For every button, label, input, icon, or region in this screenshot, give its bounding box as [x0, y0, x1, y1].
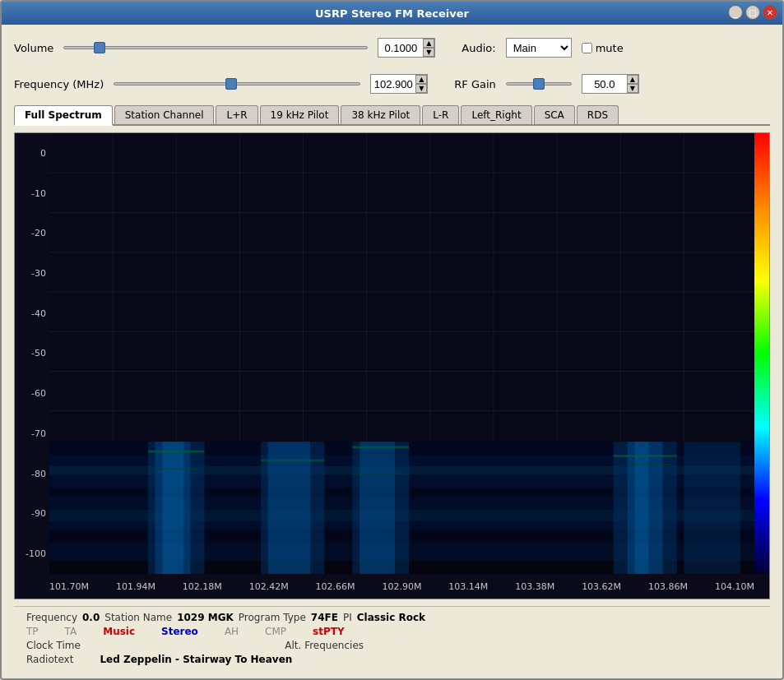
rf-gain-slider-container [506, 82, 572, 86]
x-label-2: 102.18M [183, 581, 222, 592]
volume-slider[interactable] [63, 46, 368, 49]
freq-val: 0.0 [82, 612, 100, 623]
y-label-50: -50 [15, 348, 49, 359]
y-label-0: 0 [15, 148, 49, 159]
station-key: Station Name [104, 612, 172, 623]
frequency-input[interactable] [371, 75, 415, 93]
ah-label: AH [225, 626, 239, 637]
clock-key: Clock Time [26, 640, 81, 651]
close-button[interactable]: ✕ [763, 5, 777, 20]
radiotext-key: Radiotext [26, 654, 73, 665]
svg-rect-74 [628, 464, 670, 465]
plot-area [49, 133, 754, 574]
frequency-spinbox: ▲ ▼ [370, 74, 428, 94]
y-label-20: -20 [15, 228, 49, 238]
rf-gain-spinbox: ▲ ▼ [582, 74, 639, 94]
x-label-10: 104.10M [715, 581, 754, 592]
status-row-4: Radiotext Led Zeppelin - Stairway To Hea… [26, 654, 758, 665]
svg-rect-72 [148, 468, 197, 470]
volume-label: Volume [14, 42, 53, 54]
color-scale-bar [754, 133, 769, 574]
rf-gain-decrement-button[interactable]: ▼ [627, 84, 638, 93]
audio-label: Audio: [462, 42, 495, 54]
status-bar: Frequency 0.0 Station Name 1029 MGK Prog… [14, 606, 770, 670]
main-window: USRP Stereo FM Receiver _ □ ✕ Volume ▲ [0, 0, 784, 680]
frequency-label: Frequency (MHz) [14, 78, 104, 90]
audio-select[interactable]: Main Pilot Left Right [506, 38, 572, 58]
svg-rect-59 [162, 442, 183, 574]
x-label-8: 103.62M [582, 581, 621, 592]
pi-key: PI [343, 612, 352, 623]
volume-decrement-button[interactable]: ▼ [423, 48, 434, 57]
rf-gain-label: RF Gain [454, 78, 496, 90]
frequency-decrement-button[interactable]: ▼ [415, 84, 427, 93]
status-row-1: Frequency 0.0 Station Name 1029 MGK Prog… [26, 612, 758, 623]
svg-rect-73 [353, 473, 402, 474]
svg-rect-68 [148, 451, 205, 453]
stereo-label: Stereo [161, 626, 198, 637]
volume-slider-container [63, 46, 368, 49]
tab-l-plus-r[interactable]: L+R [216, 105, 257, 124]
y-label-90: -90 [15, 508, 49, 519]
station-val: 1029 MGK [177, 612, 234, 623]
tab-19khz-pilot[interactable]: 19 kHz Pilot [260, 105, 340, 124]
rf-gain-spinbox-buttons: ▲ ▼ [627, 75, 638, 93]
pi-val: Classic Rock [357, 612, 425, 623]
prog-type-val: 74FE [311, 612, 338, 623]
tp-label: TP [26, 626, 39, 637]
music-label: Music [103, 626, 135, 637]
main-content: Volume ▲ ▼ Audio: Main Pilot Left Right [2, 25, 782, 678]
spectrum-svg [49, 133, 754, 574]
frequency-slider-container [114, 82, 360, 86]
rf-gain-slider[interactable] [506, 82, 572, 86]
window-title: USRP Stereo FM Receiver [315, 7, 469, 20]
mute-checkbox[interactable] [582, 43, 592, 53]
y-label-60: -60 [15, 388, 49, 399]
volume-input[interactable] [378, 39, 423, 57]
tab-rds[interactable]: RDS [577, 105, 619, 124]
status-row-3: Clock Time Alt. Frequencies [26, 640, 758, 651]
tab-station-channel[interactable]: Station Channel [114, 105, 215, 124]
x-label-1: 101.94M [116, 581, 155, 592]
cmp-label: CMP [265, 626, 286, 637]
volume-increment-button[interactable]: ▲ [423, 39, 434, 48]
rf-gain-increment-button[interactable]: ▲ [627, 75, 638, 84]
x-label-9: 103.86M [648, 581, 688, 592]
x-axis-labels: 101.70M 101.94M 102.18M 102.42M 102.66M … [49, 574, 754, 599]
volume-spinbox-buttons: ▲ ▼ [423, 39, 434, 57]
stpty-label: stPTY [313, 626, 345, 637]
ta-label: TA [65, 626, 77, 637]
frequency-row: Frequency (MHz) ▲ ▼ RF Gain ▲ ▼ [14, 69, 770, 99]
frequency-increment-button[interactable]: ▲ [415, 75, 427, 84]
status-row-2: TP TA Music Stereo AH CMP stPTY [26, 626, 758, 637]
y-label-40: -40 [15, 308, 49, 319]
rf-gain-input[interactable] [582, 75, 627, 93]
svg-rect-71 [614, 455, 677, 457]
svg-rect-69 [261, 460, 324, 462]
svg-rect-63 [360, 442, 395, 574]
tab-sca[interactable]: SCA [534, 105, 575, 124]
minimize-button[interactable]: _ [728, 5, 743, 20]
tab-full-spectrum[interactable]: Full Spectrum [14, 105, 113, 126]
svg-rect-66 [634, 442, 648, 574]
y-label-80: -80 [15, 469, 49, 479]
tab-bar: Full Spectrum Station Channel L+R 19 kHz… [14, 105, 770, 126]
y-label-70: -70 [15, 428, 49, 439]
tab-38khz-pilot[interactable]: 38 kHz Pilot [341, 105, 420, 124]
x-label-4: 102.66M [316, 581, 355, 592]
mute-label[interactable]: mute [596, 42, 624, 54]
frequency-slider[interactable] [114, 82, 360, 86]
prog-type-key: Program Type [239, 612, 306, 623]
volume-row: Volume ▲ ▼ Audio: Main Pilot Left Right [14, 33, 770, 62]
y-axis-labels: 0 -10 -20 -30 -40 -50 -60 -70 -80 -90 -1… [15, 133, 49, 574]
x-label-0: 101.70M [49, 581, 89, 592]
tab-left-right[interactable]: Left_Right [461, 105, 531, 124]
maximize-button[interactable]: □ [745, 5, 760, 20]
freq-key: Frequency [26, 612, 77, 623]
volume-spinbox: ▲ ▼ [378, 38, 435, 58]
frequency-spinbox-buttons: ▲ ▼ [415, 75, 427, 93]
window-controls: _ □ ✕ [728, 5, 777, 20]
tab-l-r[interactable]: L-R [422, 105, 459, 124]
y-label-10: -10 [15, 188, 49, 199]
y-label-30: -30 [15, 268, 49, 279]
